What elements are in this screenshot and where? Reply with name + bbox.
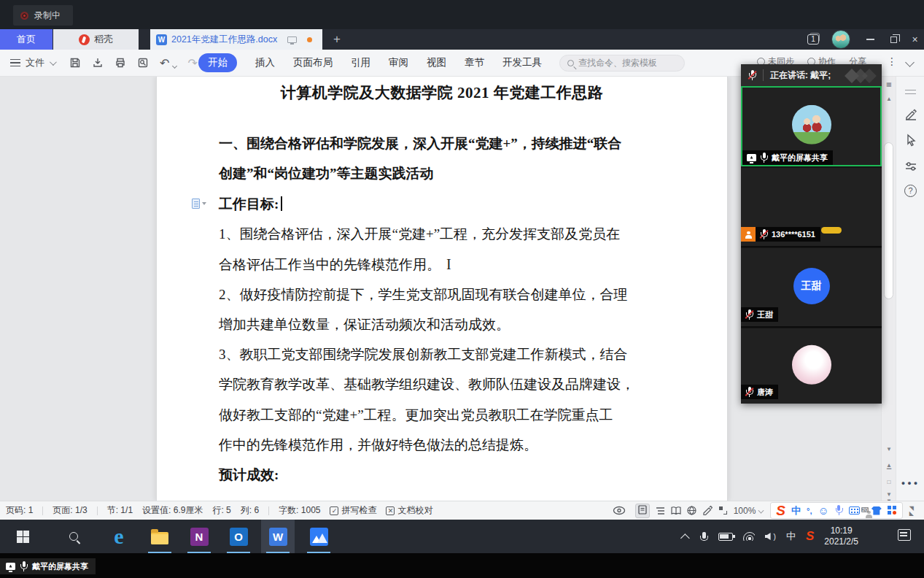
clock-date: 2021/2/5 (824, 536, 858, 547)
menu-insert[interactable]: 插入 (255, 56, 275, 69)
print-icon[interactable] (114, 57, 126, 69)
tray-expand-icon[interactable] (680, 533, 690, 543)
ime-cn-mode[interactable]: 中 (791, 504, 801, 517)
sogou-logo-icon[interactable]: S (776, 504, 785, 518)
action-center-icon[interactable] (898, 529, 911, 541)
status-page[interactable]: 页面: 1/3 (53, 504, 87, 517)
start-button[interactable] (6, 520, 39, 553)
output-icon[interactable] (92, 57, 104, 69)
file-menu[interactable]: 文件 (10, 50, 55, 76)
taskbar-clock[interactable]: 10:19 2021/2/5 (824, 525, 858, 547)
menu-reference[interactable]: 引用 (351, 56, 370, 69)
ribbon-more-button[interactable]: ⋮ (887, 55, 897, 67)
menu-page-layout[interactable]: 页面布局 (293, 56, 333, 69)
command-search-input[interactable]: 查找命令、搜索模板 (559, 55, 685, 72)
tray-sogou-icon[interactable]: S (806, 529, 814, 544)
screen-share-banner[interactable]: 戴平的屏幕共享 (0, 558, 96, 574)
menu-view[interactable]: 视图 (427, 56, 446, 69)
view-mode-group (635, 504, 713, 518)
status-left: 页码: 1 页面: 1/3 节: 1/1 设置值: 6.9厘米 行: 5 列: … (6, 501, 432, 520)
doc-line: 作中的先锋模范作用，并做好特色做法的总结提炼。 (219, 434, 537, 456)
ime-shirt-icon[interactable] (871, 506, 882, 515)
help-button[interactable]: ? (896, 185, 924, 197)
restore-button[interactable] (882, 29, 904, 50)
read-view-icon[interactable] (671, 506, 681, 515)
taskbar-edge[interactable]: e (102, 520, 136, 553)
participant-tile-tangtao[interactable]: 唐涛 (741, 328, 882, 404)
status-page-code[interactable]: 页码: 1 (6, 504, 33, 517)
write-mode-icon[interactable] (702, 506, 713, 515)
scrollbar-thumb[interactable] (884, 142, 893, 299)
undo-dropdown-icon[interactable] (172, 63, 177, 68)
tab-document[interactable]: W 2021年党建工作思路.docx (150, 29, 322, 50)
more-tools-button[interactable]: ●●● (896, 479, 924, 487)
web-view-icon[interactable] (687, 506, 696, 515)
minimize-button[interactable] (859, 29, 881, 50)
vertical-scrollbar[interactable]: ▦ ▲ ▼ ▲▔ □ ▼▼ (881, 77, 896, 501)
ime-emoji-button[interactable]: ☺ (818, 504, 829, 517)
close-button[interactable]: × (906, 29, 924, 50)
settings-sliders-button[interactable] (896, 160, 924, 173)
battery-icon[interactable] (718, 533, 733, 541)
speaker-icon[interactable] (765, 533, 771, 540)
participant-tile-guest[interactable]: 136****6151 (741, 168, 882, 247)
ruler-toggle-icon[interactable]: ▦ (882, 81, 896, 88)
status-setting[interactable]: 设置值: 6.9厘米 (142, 504, 203, 517)
doc-proof-toggle[interactable]: ✕ 文档校对 (386, 504, 432, 517)
ime-keyboard-icon[interactable] (849, 506, 860, 515)
save-icon[interactable] (69, 57, 81, 69)
outline-view-icon[interactable] (656, 506, 665, 515)
fit-page-icon[interactable] (719, 506, 727, 515)
eye-protect-icon[interactable] (613, 506, 626, 515)
spell-check-toggle[interactable]: ✓ 拼写检查 (330, 504, 376, 517)
ime-voice-icon[interactable] (835, 505, 843, 516)
shared-view-icon (287, 36, 297, 43)
taskbar-search-button[interactable] (57, 520, 90, 553)
participant-tile-daiping[interactable]: 戴平的屏幕共享 (741, 86, 882, 166)
status-word-count[interactable]: 字数: 1005 (279, 504, 320, 517)
recording-indicator[interactable]: 录制中 (13, 5, 73, 26)
ime-toolbox-icon[interactable] (888, 506, 897, 515)
drag-handle[interactable] (896, 90, 924, 94)
tray-ime-indicator[interactable]: 中 (786, 530, 796, 543)
wifi-icon[interactable] (743, 532, 755, 541)
account-avatar[interactable] (828, 29, 853, 50)
taskbar-onenote[interactable]: N (182, 520, 216, 553)
page-view-button[interactable] (635, 504, 650, 518)
menu-section[interactable]: 章节 (465, 56, 484, 69)
ribbon-collapse-icon[interactable] (905, 58, 915, 67)
taskbar-wps[interactable]: W (261, 520, 295, 553)
taskbar-outlook[interactable]: O (222, 520, 255, 553)
redo-icon[interactable]: ↷ (187, 56, 197, 70)
status-column[interactable]: 列: 6 (241, 504, 259, 517)
document-page[interactable]: 计算机学院及大数据学院 2021 年党建工作思路 一、围绕合格评估和学院发展，深… (157, 77, 727, 501)
meeting-header[interactable]: 正在讲话: 戴平; (741, 64, 882, 86)
meeting-panel[interactable]: 正在讲话: 戴平; 戴平的屏幕共享 136****6151 王甜 王甜 唐涛 (741, 64, 882, 404)
undo-icon[interactable]: ↶ (160, 56, 169, 70)
zoom-control[interactable]: 100% (734, 506, 764, 516)
tab-home[interactable]: 首页 (0, 29, 53, 50)
ink-pen-button[interactable] (896, 107, 924, 122)
previous-page-icon[interactable]: ▲▔ (882, 462, 896, 475)
taskbar-meeting-app[interactable] (302, 520, 335, 553)
taskbar-file-explorer[interactable] (143, 520, 176, 553)
print-preview-icon[interactable] (137, 57, 149, 69)
status-line[interactable]: 行: 5 (212, 504, 230, 517)
scroll-up-icon[interactable]: ▲ (882, 96, 896, 102)
select-tool-button[interactable] (896, 134, 924, 147)
ime-punctuation[interactable]: °, (807, 506, 812, 515)
participant-tile-wangtian[interactable]: 王甜 王甜 (741, 248, 882, 328)
new-tab-button[interactable]: + (327, 29, 347, 50)
paragraph-options[interactable] (192, 198, 211, 209)
select-browse-object-icon[interactable]: □ (882, 479, 896, 485)
menu-review[interactable]: 审阅 (389, 56, 408, 69)
ime-expand-icon[interactable]: ◥◣ (909, 506, 914, 516)
status-section[interactable]: 节: 1/1 (107, 504, 133, 517)
menu-dev-tools[interactable]: 开发工具 (502, 56, 542, 69)
tab-docer[interactable]: 稻壳 (53, 29, 139, 50)
tray-mic-icon[interactable] (700, 532, 708, 541)
ime-toolbar: S 中 °, ☺ 20 (770, 502, 902, 519)
menu-home[interactable]: 开始 (198, 53, 237, 72)
tab-list-button[interactable]: 1 (802, 29, 824, 50)
scroll-down-icon[interactable]: ▼ (882, 446, 896, 452)
